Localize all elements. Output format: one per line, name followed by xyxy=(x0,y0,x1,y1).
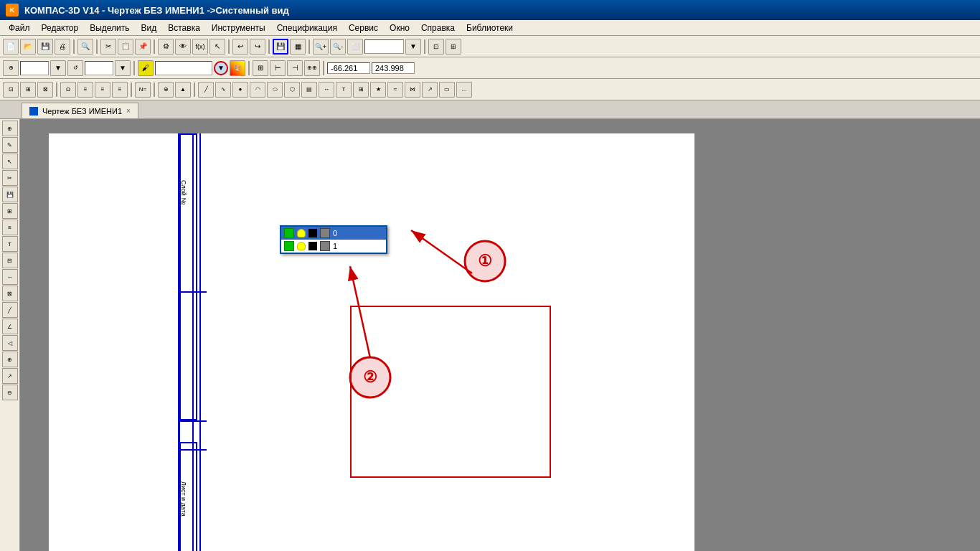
ortho-button[interactable]: ⊢ xyxy=(270,60,286,76)
menu-libraries[interactable]: Библиотеки xyxy=(461,22,519,34)
dim-tool[interactable]: ↔ xyxy=(319,82,334,98)
menu-spec[interactable]: Спецификация xyxy=(271,22,343,34)
width-reset[interactable]: ↺ xyxy=(67,60,83,76)
save-button[interactable]: 💾 xyxy=(37,39,53,55)
rect-tool[interactable]: ▭ xyxy=(439,82,455,98)
style-dropdown[interactable]: ▼ xyxy=(115,60,131,76)
print-button[interactable]: 🖨 xyxy=(55,39,70,55)
menu-select[interactable]: Выделить xyxy=(84,22,135,34)
drawing-area[interactable]: Слой № Лист и дата 0 1 xyxy=(20,119,980,551)
layer-dropdown-trigger[interactable]: ▼ xyxy=(214,61,228,75)
zoom-input[interactable]: 0.7320 xyxy=(364,39,404,54)
left-tool-15[interactable]: ⊕ xyxy=(2,352,18,367)
left-tool-12[interactable]: ╱ xyxy=(2,302,18,318)
menu-edit[interactable]: Редактор xyxy=(36,22,85,34)
arc-tool[interactable]: ◠ xyxy=(250,82,265,98)
open-button[interactable]: 📂 xyxy=(20,39,36,55)
leader-tool[interactable]: ↗ xyxy=(422,82,438,98)
cut-button[interactable]: ✂ xyxy=(100,39,116,55)
color-button[interactable]: 🎨 xyxy=(230,60,245,76)
left-tool-17[interactable]: ⊖ xyxy=(2,385,18,400)
snap2-button[interactable]: ⊣ xyxy=(287,60,303,76)
table-tool[interactable]: ⊞ xyxy=(353,82,369,98)
snap3-button[interactable]: ⊕⊕ xyxy=(304,60,320,76)
view2-button[interactable]: ▦ xyxy=(290,39,306,55)
tab-close[interactable]: × xyxy=(126,107,131,115)
menu-help[interactable]: Справка xyxy=(415,22,461,34)
zoom-out-button[interactable]: 🔍- xyxy=(330,39,346,55)
text-tool[interactable]: T xyxy=(336,82,352,98)
tool-1[interactable]: ⊡ xyxy=(3,82,19,98)
menu-file[interactable]: Файл xyxy=(3,22,36,34)
left-tool-3[interactable]: ↖ xyxy=(2,154,18,169)
tool-4[interactable]: Ω xyxy=(60,82,76,98)
layer-bulb-icon xyxy=(297,229,306,237)
curve-tool[interactable]: ∿ xyxy=(215,82,231,98)
menu-view[interactable]: Вид xyxy=(136,22,163,34)
tool-8[interactable]: ⊕ xyxy=(158,82,174,98)
main-toolbar: 📄 📂 💾 🖨 🔍 ✂ 📋 📌 ⚙ 👁 f(x) ↖ ↩ ↪ 💾 ▦ 🔍+ 🔍-… xyxy=(0,36,980,57)
tool-6[interactable]: ≡ xyxy=(95,82,110,98)
paint-button[interactable]: 🖌 xyxy=(138,60,154,76)
grid-button[interactable]: ⊞ xyxy=(253,60,268,76)
redo-button[interactable]: ↪ xyxy=(250,39,265,55)
line-tool[interactable]: ╱ xyxy=(198,82,214,98)
zoom-in-button[interactable]: 🔍+ xyxy=(313,39,329,55)
left-tool-4[interactable]: ✂ xyxy=(2,170,18,186)
snap-button[interactable]: ⊕ xyxy=(3,60,19,76)
tool-7[interactable]: ≡ xyxy=(112,82,128,98)
cursor-button[interactable]: ↖ xyxy=(209,39,225,55)
left-tool-13[interactable]: ∠ xyxy=(2,319,18,334)
rough-tool[interactable]: ≈ xyxy=(387,82,403,98)
tool-3[interactable]: ⊠ xyxy=(37,82,53,98)
left-tool-16[interactable]: ↗ xyxy=(2,368,18,384)
line-width-input[interactable]: 1.0 xyxy=(20,61,49,75)
scan-button[interactable]: 🔍 xyxy=(77,39,93,55)
zoom-area-button[interactable]: ⬜ xyxy=(347,39,363,55)
menu-insert[interactable]: Вставка xyxy=(162,22,206,34)
left-tool-2[interactable]: ✎ xyxy=(2,137,18,153)
layer-row-0[interactable]: 0 xyxy=(281,227,386,240)
undo-button[interactable]: ↩ xyxy=(232,39,248,55)
tool-2[interactable]: ⊞ xyxy=(20,82,36,98)
tool-5[interactable]: ≡ xyxy=(77,82,93,98)
paste-button[interactable]: 📌 xyxy=(135,39,151,55)
ellipse-tool[interactable]: ⬭ xyxy=(267,82,283,98)
layer-row-1[interactable]: 1 xyxy=(281,240,386,253)
left-tool-5[interactable]: 💾 xyxy=(2,187,18,202)
left-tool-6[interactable]: ⊞ xyxy=(2,203,18,219)
more-tool[interactable]: … xyxy=(456,82,472,98)
poly-tool[interactable]: ⬡ xyxy=(284,82,300,98)
tool-9[interactable]: ▲ xyxy=(175,82,191,98)
layer-input[interactable]: 1 xyxy=(155,61,212,75)
left-tool-7[interactable]: ≡ xyxy=(2,220,18,235)
drawing-tab[interactable]: Чертеж БЕЗ ИМЕНИ1 × xyxy=(22,103,138,118)
menu-window[interactable]: Окно xyxy=(384,22,415,34)
circle-tool[interactable]: ● xyxy=(232,82,248,98)
left-tool-14[interactable]: ◁ xyxy=(2,335,18,351)
hatch-tool[interactable]: ▤ xyxy=(301,82,317,98)
left-tool-9[interactable]: ⊟ xyxy=(2,253,18,268)
menu-service[interactable]: Сервис xyxy=(343,22,384,34)
fx-button[interactable]: f(x) xyxy=(192,39,208,55)
weld-tool[interactable]: ⋈ xyxy=(405,82,420,98)
left-toolbar: ⊕ ✎ ↖ ✂ 💾 ⊞ ≡ T ⊟ ↔ ⊠ ╱ ∠ ◁ ⊕ ↗ ⊖ xyxy=(0,119,20,551)
left-tool-11[interactable]: ⊠ xyxy=(2,286,18,301)
tool-n[interactable]: N= xyxy=(135,82,151,98)
copy-button[interactable]: 📋 xyxy=(118,39,133,55)
save2-button[interactable]: 💾 xyxy=(273,39,288,55)
view-button[interactable]: 👁 xyxy=(175,39,191,55)
width-dropdown[interactable]: ▼ xyxy=(50,60,66,76)
style-input[interactable]: 0 xyxy=(85,61,113,75)
left-tool-8[interactable]: T xyxy=(2,236,18,252)
fit-button[interactable]: ⊡ xyxy=(428,39,444,55)
layer-dropdown[interactable]: 0 1 xyxy=(280,225,387,254)
symbol-tool[interactable]: ★ xyxy=(370,82,386,98)
zoom-dropdown[interactable]: ▼ xyxy=(405,39,421,55)
left-tool-10[interactable]: ↔ xyxy=(2,269,18,285)
menu-tools[interactable]: Инструменты xyxy=(206,22,271,34)
new-button[interactable]: 📄 xyxy=(3,39,19,55)
properties-button[interactable]: ⚙ xyxy=(158,39,174,55)
fullscreen-button[interactable]: ⊞ xyxy=(446,39,461,55)
left-tool-1[interactable]: ⊕ xyxy=(2,121,18,136)
